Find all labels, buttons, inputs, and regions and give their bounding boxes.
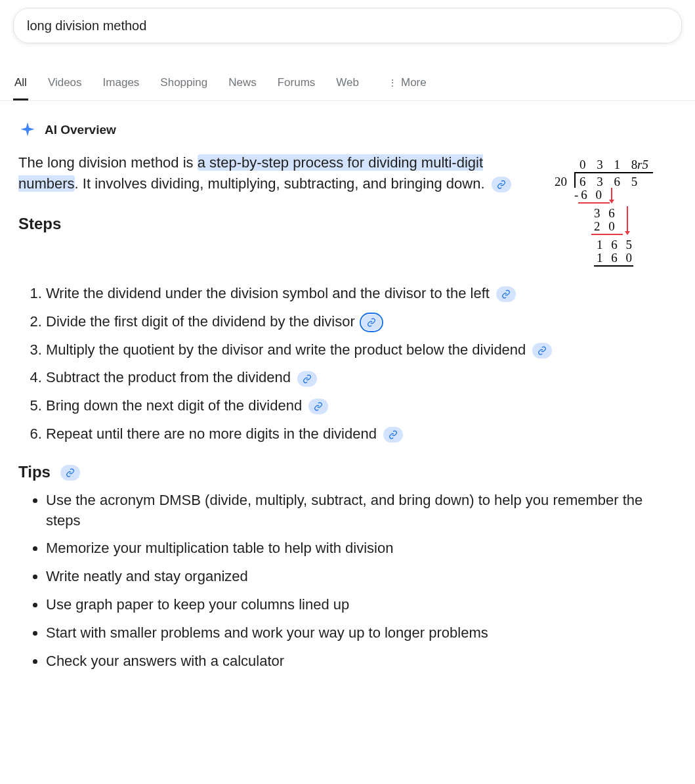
- steps-heading: Steps: [18, 213, 532, 236]
- step-text: Bring down the next digit of the dividen…: [46, 397, 302, 414]
- step-item: Write the dividend under the division sy…: [46, 284, 677, 304]
- tip-item: Check your answers with a calculator: [46, 651, 677, 672]
- step-item: Repeat until there are no more digits in…: [46, 424, 677, 445]
- tab-shopping[interactable]: Shopping: [159, 67, 209, 100]
- tip-item: Memorize your multiplication table to he…: [46, 538, 677, 559]
- example-quotient: 0 3 1 8: [579, 158, 641, 173]
- tab-videos[interactable]: Videos: [47, 67, 83, 100]
- example-step2-sub: 2 0: [594, 219, 618, 234]
- arrow-down-icon: [611, 188, 612, 202]
- citation-link-icon[interactable]: [492, 177, 511, 192]
- example-remainder: r5: [637, 158, 648, 173]
- division-underline-2: [591, 234, 623, 235]
- tips-list: Use the acronym DMSB (divide, multiply, …: [18, 490, 677, 672]
- tip-item: Start with smaller problems and work you…: [46, 623, 677, 643]
- tip-item: Use graph paper to keep your columns lin…: [46, 595, 677, 615]
- ai-overview-section: AI Overview The long division method is …: [0, 101, 695, 692]
- division-underline-1: [578, 202, 610, 204]
- division-underline-3: [594, 265, 633, 267]
- step-text: Subtract the product from the dividend: [46, 369, 291, 385]
- tab-news[interactable]: News: [227, 67, 258, 100]
- search-tabs: All Videos Images Shopping News Forums W…: [0, 67, 695, 101]
- overview-intro-text: The long division method is a step-by-st…: [18, 152, 532, 194]
- citation-link-icon[interactable]: [308, 399, 328, 414]
- step-item: Bring down the next digit of the dividen…: [46, 396, 677, 416]
- more-dots-icon: ⋮: [388, 78, 397, 87]
- intro-prefix: The long division method is: [18, 154, 198, 171]
- citation-link-icon[interactable]: [297, 371, 317, 387]
- long-division-example-image: 0 3 1 8 r5 20 6 3 6 5 -6 0 3 6 2 0 1 6 5…: [545, 152, 677, 284]
- tips-heading-text: Tips: [18, 463, 51, 481]
- step-text: Multiply the quotient by the divisor and…: [46, 341, 526, 358]
- step-text: Repeat until there are no more digits in…: [46, 425, 377, 442]
- search-bar-container: [0, 0, 695, 51]
- tab-images[interactable]: Images: [102, 67, 141, 100]
- tips-heading: Tips: [18, 463, 677, 481]
- tab-all[interactable]: All: [13, 67, 28, 100]
- step-text: Write the dividend under the division sy…: [46, 285, 490, 301]
- overview-intro-block: The long division method is a step-by-st…: [18, 152, 532, 245]
- citation-link-icon[interactable]: [60, 465, 80, 481]
- intro-suffix: . It involves dividing, multiplying, sub…: [75, 175, 485, 192]
- search-box[interactable]: [13, 8, 682, 43]
- tip-item: Use the acronym DMSB (divide, multiply, …: [46, 490, 677, 531]
- overview-body: The long division method is a step-by-st…: [18, 152, 677, 284]
- sparkle-icon: [18, 121, 37, 139]
- step-item: Multiply the quotient by the divisor and…: [46, 340, 677, 360]
- division-bracket-top: [574, 172, 653, 173]
- tab-more[interactable]: ⋮ More: [387, 67, 428, 100]
- more-label: More: [401, 76, 427, 89]
- tip-item: Write neatly and stay organized: [46, 567, 677, 587]
- citation-link-icon[interactable]: [496, 286, 516, 302]
- search-input[interactable]: [27, 18, 668, 33]
- example-divisor: 20: [555, 175, 567, 190]
- tab-forums[interactable]: Forums: [276, 67, 317, 100]
- citation-link-icon[interactable]: [362, 315, 381, 330]
- ai-overview-title: AI Overview: [45, 123, 116, 137]
- citation-link-icon[interactable]: [532, 343, 552, 359]
- step-text: Divide the first digit of the dividend b…: [46, 313, 355, 330]
- step-item: Divide the first digit of the dividend b…: [46, 312, 677, 332]
- example-step3-sub: 1 6 0: [597, 251, 635, 266]
- citation-link-icon[interactable]: [383, 427, 403, 443]
- example-step1-sub: -6 0: [574, 188, 604, 203]
- division-bracket-left: [574, 172, 576, 188]
- tab-web[interactable]: Web: [335, 67, 360, 100]
- arrow-down-icon: [627, 206, 628, 234]
- step-item: Subtract the product from the dividend: [46, 368, 677, 388]
- steps-list: Write the dividend under the division sy…: [18, 284, 677, 445]
- ai-overview-header: AI Overview: [18, 121, 677, 139]
